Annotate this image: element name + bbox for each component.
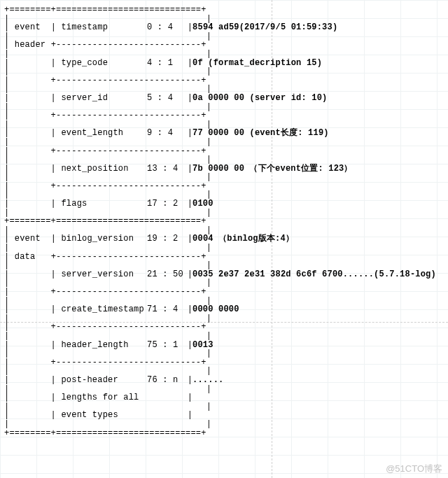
field-name: timestamp xyxy=(61,23,141,32)
field-value: 8594 ad59(2017/9/5 01:59:33) xyxy=(192,22,337,32)
table: +========+============================+ … xyxy=(4,6,444,437)
watermark: @51CTO博客 xyxy=(386,464,442,474)
